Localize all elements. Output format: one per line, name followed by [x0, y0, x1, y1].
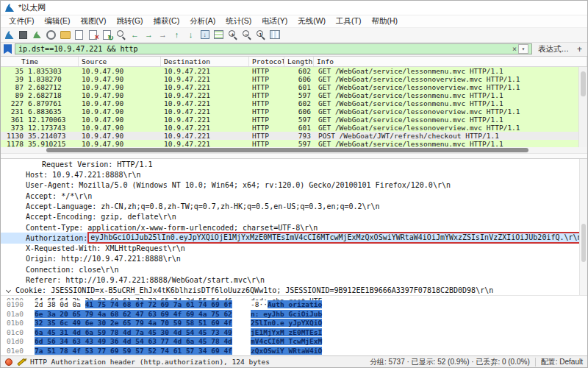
column-header-protocol[interactable]: Protocol [249, 57, 284, 66]
hex-row[interactable]: 01c06a 45 31 4d 6a 59 78 4d 7a 45 30 4d … [1, 328, 587, 338]
detail-line[interactable]: Referer: http://10.9.47.221:8888/WebGoat… [1, 275, 587, 285]
hex-row[interactable]: 01e07a 51 78 4f 53 77 69 59 57 52 74 61 … [1, 347, 587, 355]
packet-row[interactable]: 872.68271210.9.47.9010.9.47.221HTTP601GE… [1, 83, 578, 91]
find-packet-icon[interactable] [115, 29, 127, 40]
expert-info-icon[interactable] [5, 358, 12, 366]
cell-source: 10.9.47.90 [79, 140, 161, 148]
menu-item-3[interactable]: 跳转(G) [111, 15, 148, 27]
packet-row[interactable]: 117835.91021510.9.47.9010.9.47.221HTTP59… [1, 140, 578, 148]
expression-button[interactable]: 表达式… [535, 44, 572, 54]
menu-item-0[interactable]: 文件(F) [4, 15, 39, 27]
menu-item-6[interactable]: 统计(S) [220, 15, 257, 27]
menu-item-8[interactable]: 无线(W) [293, 15, 331, 27]
stop-capture-icon[interactable] [17, 29, 29, 40]
capture-comment-icon[interactable] [17, 358, 26, 366]
profile-label[interactable]: 配置: Default [541, 358, 583, 366]
scrollbar-thumb[interactable] [581, 224, 586, 262]
detail-line[interactable]: Cookie: JSESSIONID=x-B5uCRH_EhJx4tK6blhz… [1, 286, 587, 296]
open-file-icon[interactable] [59, 29, 71, 40]
zoom-in-icon[interactable]: + [226, 29, 239, 40]
detail-line[interactable]: Accept: */*\r\n [1, 191, 587, 201]
pane-splitter[interactable] [1, 154, 587, 159]
capture-options-icon[interactable] [45, 29, 57, 40]
hex-ascii[interactable]: 25lIn0.e yJpYXQiO [245, 319, 322, 328]
hex-ascii[interactable]: -8··Auth orizatio [245, 300, 322, 310]
hex-bytes[interactable]: 32 35 6c 49 6e 30 2e 65 79 4a 70 59 58 5… [35, 319, 245, 328]
start-capture-icon[interactable] [3, 29, 15, 40]
column-header-destination[interactable]: Destination [161, 57, 249, 66]
detail-line[interactable]: User-Agent: Mozilla/5.0 (Windows NT 10.0… [1, 180, 587, 191]
detail-line[interactable]: Request Version: HTTP/1.1 [1, 159, 587, 169]
go-back-icon[interactable]: ← [129, 29, 141, 40]
auto-scroll-icon[interactable] [198, 29, 211, 40]
hex-bytes[interactable]: 6a 45 31 4d 6a 59 78 4d 7a 45 30 4d 54 4… [35, 328, 245, 338]
go-last-icon[interactable]: ↓ [184, 29, 197, 40]
packet-row[interactable]: 36112.17006310.9.47.9010.9.47.221HTTP597… [1, 116, 578, 124]
display-filter-input[interactable]: ip.dst==10.9.47.221 && http × ▾ [15, 43, 532, 54]
menu-item-1[interactable]: 编辑(E) [39, 15, 75, 27]
column-header-info[interactable]: Info [314, 57, 587, 66]
filter-add-button[interactable]: + [575, 44, 584, 54]
hex-ascii[interactable]: zQxOSwiY WRtaW4iO [245, 347, 322, 355]
column-header-time[interactable]: Time [1, 57, 79, 66]
reload-file-icon[interactable] [101, 29, 113, 40]
zoom-original-icon[interactable]: 1 [254, 29, 267, 40]
hex-bytes[interactable]: 2d 38 0d 0a 41 75 74 68 6f 72 69 7a 61 7… [35, 300, 245, 310]
packet-row[interactable]: 2316.88363510.9.47.9010.9.47.221HTTP606G… [1, 107, 578, 116]
packet-row[interactable]: 113035.21407310.9.47.9010.9.47.221HTTP79… [1, 132, 578, 140]
close-file-icon[interactable] [87, 29, 99, 40]
scrollbar-thumb[interactable] [46, 148, 528, 152]
hex-ascii[interactable]: mV4cCI6M TcwMjExM [245, 337, 322, 347]
scrollbar-thumb[interactable] [581, 71, 586, 96]
main-toolbar: ←→→↑↓+−1 [1, 28, 587, 43]
restart-capture-icon[interactable] [31, 29, 43, 40]
go-forward-icon[interactable]: → [143, 29, 155, 40]
packet-row[interactable]: 37312.17374310.9.47.9010.9.47.221HTTP601… [1, 124, 578, 132]
hex-row[interactable]: 01d06d 56 34 63 43 49 36 4d 54 63 77 4d … [1, 337, 587, 347]
packet-row[interactable]: 391.83827010.9.47.9010.9.47.221HTTP606GE… [1, 75, 578, 83]
column-header-length[interactable]: Length [284, 57, 314, 66]
cell-no: 89 [1, 91, 26, 99]
menu-item-10[interactable]: 帮助(H) [367, 15, 404, 27]
packet-list-vertical-scrollbar[interactable] [578, 67, 587, 148]
menu-item-5[interactable]: 分析(A) [184, 15, 220, 27]
zoom-out-icon[interactable]: − [240, 29, 253, 40]
detail-line[interactable]: Content-Type: application/x-www-form-url… [1, 222, 587, 233]
detail-line[interactable]: Connection: close\r\n [1, 264, 587, 275]
filter-dropdown-icon[interactable]: ▾ [518, 44, 528, 54]
status-bar: HTTP Authorization header (http.authoriz… [1, 355, 587, 367]
details-vertical-scrollbar[interactable] [579, 159, 587, 295]
packet-row[interactable]: 351.83530310.9.47.9010.9.47.221HTTP602GE… [1, 67, 578, 75]
hex-row[interactable]: 01902d 38 0d 0a 41 75 74 68 6f 72 69 7a … [1, 300, 587, 310]
detail-line[interactable]: Accept-Encoding: gzip, deflate\r\n [1, 212, 587, 222]
resize-columns-icon[interactable] [268, 29, 281, 40]
filter-bookmark-icon[interactable] [4, 44, 12, 54]
hex-ascii[interactable]: jE1MjYxM zE0MTEsI [245, 328, 322, 338]
menu-item-2[interactable]: 视图(V) [75, 15, 111, 27]
detail-line[interactable]: Origin: http://10.9.47.221:8888\r\n [1, 254, 587, 264]
hex-bytes[interactable]: 6d 56 34 63 43 49 36 4d 54 63 77 4d 6a 4… [35, 337, 245, 347]
detail-text: Connection: close\r\n [26, 266, 118, 274]
column-header-source[interactable]: Source [79, 57, 161, 66]
hex-row[interactable]: 01a06e 3a 20 65 79 4a 68 62 47 63 69 4f … [1, 310, 587, 319]
detail-line[interactable]: Host: 10.9.47.221:8888\r\n [1, 169, 587, 180]
go-to-packet-icon[interactable]: → [157, 29, 169, 40]
detail-line[interactable]: Accept-Language: zh-CN,zh;q=0.8,zh-TW;q=… [1, 201, 587, 211]
packet-list-horizontal-scrollbar[interactable] [1, 147, 587, 154]
go-first-icon[interactable]: ↑ [171, 29, 183, 40]
hex-bytes[interactable]: 6e 3a 20 65 79 4a 68 62 47 63 69 4f 69 4… [35, 310, 245, 319]
expand-chevron-icon[interactable] [6, 288, 11, 293]
menu-item-7[interactable]: 电话(Y) [257, 15, 293, 27]
colorize-icon[interactable] [212, 29, 225, 40]
hex-row[interactable]: 01b032 35 6c 49 6e 30 2e 65 79 4a 70 59 … [1, 319, 587, 328]
hex-ascii[interactable]: n: eyJhb GciOiJub [245, 310, 322, 319]
packet-row[interactable]: 2276.87976110.9.47.9010.9.47.221HTTP602G… [1, 99, 578, 107]
filter-clear-icon[interactable]: × [511, 45, 518, 53]
detail-line[interactable]: Authorization: eyJhbGciOiJub25lIn0.eyJpY… [1, 233, 587, 243]
save-file-icon[interactable] [73, 29, 85, 40]
menu-item-4[interactable]: 捕获(C) [148, 15, 185, 27]
packet-row[interactable]: 892.68271810.9.47.9010.9.47.221HTTP597GE… [1, 91, 578, 99]
detail-line[interactable]: X-Requested-With: XMLHttpRequest\r\n [1, 244, 587, 254]
hex-bytes[interactable]: 7a 51 78 4f 53 77 69 59 57 52 74 61 57 3… [35, 347, 245, 355]
menu-item-9[interactable]: 工具(T) [331, 15, 366, 27]
